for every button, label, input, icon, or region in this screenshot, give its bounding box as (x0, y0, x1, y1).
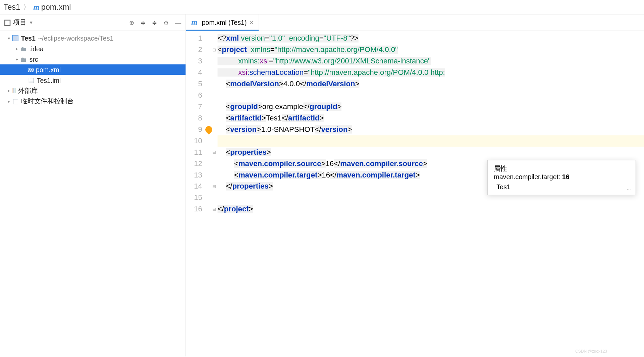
library-icon: ||| (12, 88, 15, 94)
tab-label: pom.xml (Tes1) (202, 19, 247, 26)
sidebar-header: 项目 ▼ ⊕ ≑ ≑ ⚙ — (0, 14, 185, 31)
iml-file-icon: ▤ (28, 76, 34, 84)
breadcrumb-project[interactable]: Tes1 (3, 2, 20, 11)
tab-pom[interactable]: m pom.xml (Tes1) × (186, 14, 259, 31)
collapse-all-icon[interactable]: ≑ (152, 19, 157, 26)
locate-icon[interactable]: ⊕ (129, 19, 135, 26)
line-gutter: 12345678910111213141516 (186, 31, 211, 357)
scratches-icon: ▤ (12, 97, 18, 105)
maven-icon: m (33, 2, 39, 11)
module-icon (12, 35, 18, 41)
breadcrumb: Tes1 〉 mpom.xml (0, 0, 644, 14)
tree-iml-file[interactable]: ▤Tes1.iml (0, 75, 185, 85)
breadcrumb-file[interactable]: mpom.xml (33, 2, 71, 11)
tree-project-root[interactable]: ▾Tes1~/eclipse-workspace/Tes1 (0, 33, 185, 43)
tree-external-libs[interactable]: ▸|||外部库 (0, 85, 185, 96)
editor-tabs: m pom.xml (Tes1) × (186, 14, 644, 31)
folder-icon: 🖿 (20, 45, 27, 52)
expand-all-icon[interactable]: ≑ (141, 19, 146, 26)
maven-icon: m (191, 18, 197, 27)
popup-property: maven.compiler.target: 16 (494, 173, 630, 180)
sidebar-title[interactable]: 项目 (13, 18, 26, 27)
fold-column[interactable]: ⊟ ⊟⊟⊟ (211, 31, 218, 357)
folder-icon: 🖿 (20, 55, 27, 63)
project-sidebar: 项目 ▼ ⊕ ≑ ≑ ⚙ — ▾Tes1~/eclipse-workspace/… (0, 14, 186, 357)
watermark: CSDN @zuox123 (575, 349, 607, 354)
tree-pom-file[interactable]: mpom.xml (0, 64, 185, 75)
tree-scratches[interactable]: ▸▤临时文件和控制台 (0, 96, 185, 106)
documentation-popup[interactable]: 属性 maven.compiler.target: 16 Tes1 ⋮ (487, 160, 636, 195)
popup-module: Tes1 (496, 183, 510, 190)
project-tree: ▾Tes1~/eclipse-workspace/Tes1 ▸🖿.idea ▸🖿… (0, 31, 185, 108)
tree-src-folder[interactable]: ▸🖿src (0, 54, 185, 64)
editor-area: m pom.xml (Tes1) × 123456789101112131415… (186, 14, 644, 357)
gear-icon[interactable]: ⚙ (163, 19, 169, 26)
tree-idea-folder[interactable]: ▸🖿.idea (0, 43, 185, 54)
dropdown-icon[interactable]: ▼ (29, 20, 33, 25)
project-view-icon (4, 19, 10, 26)
maven-icon: m (28, 65, 34, 74)
more-icon[interactable]: ⋮ (626, 187, 632, 192)
close-icon[interactable]: × (249, 18, 253, 26)
chevron-right-icon: 〉 (23, 2, 31, 12)
popup-title: 属性 (494, 165, 630, 173)
hide-icon[interactable]: — (175, 19, 181, 26)
